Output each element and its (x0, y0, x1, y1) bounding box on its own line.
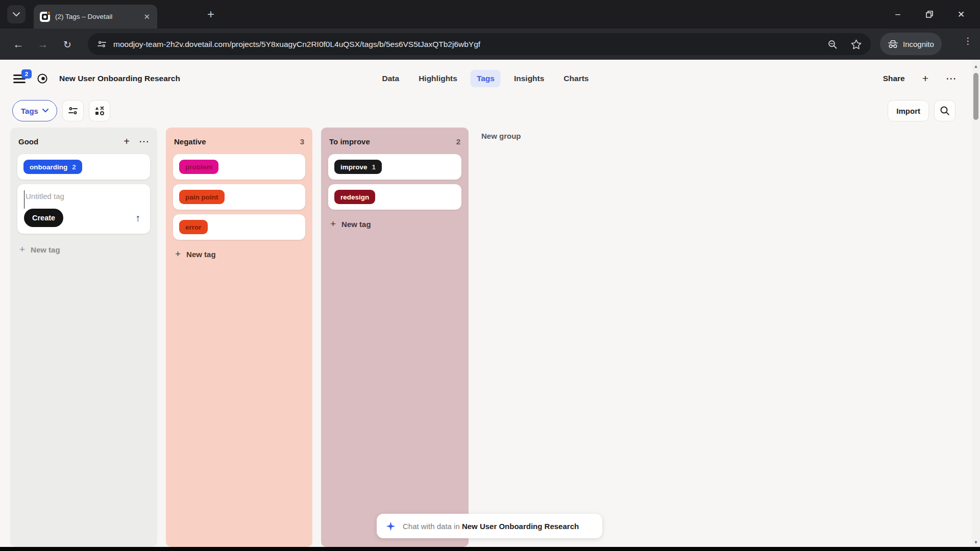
import-button[interactable]: Import (888, 100, 929, 121)
add-icon[interactable]: + (922, 72, 928, 85)
site-settings-icon[interactable] (97, 39, 107, 49)
tag-card[interactable]: pain point (173, 184, 305, 210)
tag-label: problem (185, 163, 212, 171)
tag-pill-pain-point[interactable]: pain point (179, 190, 225, 204)
submit-arrow-icon[interactable]: ↑ (135, 212, 143, 224)
reload-button[interactable]: ↻ (60, 37, 75, 52)
group-count: 2 (456, 137, 460, 146)
tab-title: (2) Tags – Dovetail (55, 13, 142, 20)
tag-card[interactable]: onboarding 2 (17, 154, 150, 180)
untitled-tag-input[interactable] (24, 190, 143, 209)
display-settings-button[interactable] (62, 100, 84, 121)
page-scrollbar[interactable]: ▲ ▼ (972, 60, 980, 551)
sliders-icon (68, 106, 78, 116)
new-tag-button-to-improve[interactable]: + New tag (328, 214, 461, 234)
plus-icon: + (175, 248, 181, 260)
view-selector-dropdown[interactable]: Tags (12, 100, 57, 121)
tag-group-negative: Negative 3 problem pain point error + Ne… (166, 128, 312, 547)
sparkle-icon (386, 521, 396, 531)
chevron-down-icon (42, 109, 48, 113)
new-tag-button-negative[interactable]: + New tag (173, 244, 305, 264)
tab-search-button[interactable] (7, 5, 26, 23)
new-tag-editor[interactable]: Create ↑ (17, 184, 150, 234)
nav-tab-charts[interactable]: Charts (557, 70, 595, 87)
search-icon (940, 106, 950, 116)
new-tag-label: New tag (341, 220, 371, 229)
group-name: Good (18, 137, 38, 146)
share-button[interactable]: Share (883, 74, 905, 83)
dovetail-favicon (40, 12, 50, 22)
new-tag-label: New tag (186, 250, 216, 259)
browser-titlebar: (2) Tags – Dovetail ✕ + – ✕ (0, 0, 980, 29)
group-name: Negative (174, 137, 206, 146)
add-tag-icon[interactable]: + (124, 136, 130, 146)
back-button[interactable]: ← (11, 37, 26, 52)
search-button[interactable] (934, 100, 955, 121)
plus-icon: + (330, 218, 336, 230)
zoom-page-icon[interactable] (827, 39, 838, 49)
more-options-icon[interactable]: ⋯ (946, 72, 957, 85)
tag-card[interactable]: improve 1 (328, 154, 461, 180)
nav-tab-insights[interactable]: Insights (508, 70, 550, 87)
tag-group-to-improve: To improve 2 improve 1 redesign + New ta… (321, 128, 469, 547)
chat-bar-text: Chat with data in New User Onboarding Re… (403, 522, 579, 531)
view-selector-label: Tags (21, 107, 38, 115)
forward-button[interactable]: → (36, 37, 50, 52)
tag-card[interactable]: redesign (328, 184, 461, 210)
minimize-button[interactable]: – (882, 0, 914, 29)
tag-group-good: Good + ⋯ onboarding 2 Create ↑ + New tag (10, 128, 157, 547)
tab-close-icon[interactable]: ✕ (142, 12, 151, 21)
restore-button[interactable] (914, 0, 945, 29)
tag-label: improve (340, 163, 368, 171)
screen-bottom-edge (0, 547, 980, 551)
chat-with-data-bar[interactable]: Chat with data in New User Onboarding Re… (377, 514, 602, 538)
close-button[interactable]: ✕ (945, 0, 977, 29)
tag-card[interactable]: error (173, 214, 305, 240)
tag-label: onboarding (30, 163, 67, 171)
tag-count: 2 (72, 163, 76, 171)
import-label: Import (896, 107, 920, 115)
address-bar[interactable]: moodjoy-team-2h2v.dovetail.com/projects/… (88, 33, 871, 55)
tag-card[interactable]: problem (173, 154, 305, 180)
incognito-label: Incognito (903, 40, 934, 48)
notification-dot (47, 11, 51, 15)
group-count: 3 (300, 137, 304, 146)
tag-label: error (185, 223, 202, 231)
tag-pill-problem[interactable]: problem (179, 160, 218, 174)
browser-menu-icon[interactable]: ⋮ (962, 36, 974, 46)
plus-icon: + (19, 244, 25, 255)
menu-badge: 2 (21, 69, 32, 79)
project-nav: Data Highlights Tags Insights Charts (376, 60, 595, 97)
scrollbar-thumb[interactable] (973, 73, 978, 120)
chat-prefix: Chat with data in (403, 522, 460, 531)
new-group-button[interactable]: New group (481, 132, 521, 140)
window-controls: – ✕ (882, 0, 977, 29)
new-tab-button[interactable]: + (203, 7, 218, 22)
main-menu-button[interactable]: 2 (13, 74, 26, 83)
bookmark-star-icon[interactable] (851, 39, 862, 49)
scroll-down-arrow[interactable]: ▼ (972, 540, 980, 545)
chat-project-name: New User Onboarding Research (462, 522, 579, 531)
board-toolbar: Tags Import (0, 100, 972, 122)
chevron-down-icon (13, 12, 20, 17)
tag-pill-onboarding[interactable]: onboarding 2 (23, 160, 82, 174)
project-icon (37, 73, 48, 84)
browser-tab[interactable]: (2) Tags – Dovetail ✕ (34, 5, 157, 29)
tag-count: 1 (372, 163, 376, 171)
scroll-up-arrow[interactable]: ▲ (972, 64, 980, 69)
tag-pill-error[interactable]: error (179, 220, 208, 234)
nav-tab-tags[interactable]: Tags (471, 70, 501, 87)
nav-tab-highlights[interactable]: Highlights (412, 70, 463, 87)
create-button[interactable]: Create (24, 209, 63, 227)
tag-pill-improve[interactable]: improve 1 (334, 160, 382, 174)
group-name: To improve (329, 137, 370, 146)
new-tag-button-good[interactable]: + New tag (17, 240, 150, 259)
sort-group-button[interactable] (89, 100, 110, 121)
restore-icon (926, 11, 933, 18)
nav-tab-data[interactable]: Data (376, 70, 406, 87)
shapes-icon (94, 106, 105, 116)
app-header: 2 New User Onboarding Research Data High… (0, 60, 972, 97)
project-title: New User Onboarding Research (59, 74, 180, 83)
tag-pill-redesign[interactable]: redesign (334, 190, 375, 204)
group-more-icon[interactable]: ⋯ (139, 136, 149, 146)
